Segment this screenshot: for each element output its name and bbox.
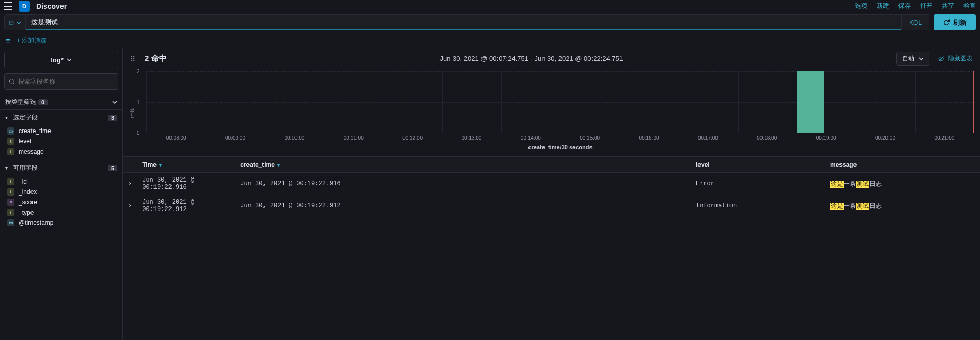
hit-count: 2 命中 bbox=[145, 54, 167, 63]
chart-ytick: 2 bbox=[137, 69, 140, 74]
cell-message: 这是一条测试日志 bbox=[825, 173, 980, 195]
sidebar: log* 按类型筛选 0 ▾ 选定字段 3 ▭create_timetlevel… bbox=[0, 48, 123, 340]
field-item[interactable]: tmessage bbox=[0, 147, 122, 157]
column-create_time[interactable]: create_time▼ bbox=[235, 157, 691, 173]
column-time[interactable]: Time▼ bbox=[137, 157, 235, 173]
chart-xtick: 00:18:00 bbox=[738, 135, 797, 141]
datepicker-button[interactable] bbox=[4, 14, 26, 30]
chart-xtick: 00:10:00 bbox=[265, 135, 324, 141]
time-range-label: Jun 30, 2021 @ 00:07:24.751 - Jun 30, 20… bbox=[175, 55, 888, 62]
table-row[interactable]: ›Jun 30, 2021 @ 00:19:22.916Jun 30, 2021… bbox=[123, 173, 980, 195]
column-level[interactable]: level bbox=[691, 157, 825, 173]
search-icon bbox=[9, 78, 15, 85]
app-logo-icon[interactable]: D bbox=[19, 1, 30, 12]
chart-xtick: 00:11:00 bbox=[324, 135, 383, 141]
chevron-down-icon bbox=[919, 56, 924, 61]
filter-bar: + 添加筛选 bbox=[0, 33, 980, 48]
table-header: Time▼ create_time▼ level message bbox=[123, 157, 980, 173]
chart-ytick: 0 bbox=[137, 130, 140, 136]
field-type-icon: t bbox=[7, 178, 14, 185]
selected-fields-header[interactable]: ▾ 选定字段 3 bbox=[0, 109, 122, 125]
cell-create_time: Jun 30, 2021 @ 00:19:22.912 bbox=[235, 195, 691, 217]
chart-xtick: 00:16:00 bbox=[619, 135, 678, 141]
field-type-icon: # bbox=[7, 199, 14, 206]
field-search-input[interactable] bbox=[18, 78, 114, 85]
field-item[interactable]: ▭@timestamp bbox=[0, 218, 122, 228]
query-language-button[interactable]: KQL bbox=[901, 14, 929, 30]
field-item[interactable]: ▭create_time bbox=[0, 126, 122, 136]
add-filter-button[interactable]: + 添加筛选 bbox=[17, 36, 46, 45]
top-nav-actions: 选项新建保存打开共享检查 bbox=[855, 2, 976, 10]
field-type-icon: t bbox=[7, 188, 14, 196]
topnav-link[interactable]: 保存 bbox=[898, 2, 911, 10]
svg-line-3 bbox=[13, 83, 14, 84]
field-item[interactable]: #_score bbox=[0, 197, 122, 207]
field-type-icon: t bbox=[7, 209, 14, 216]
chart-current-time-marker bbox=[973, 71, 974, 133]
content: ⠿ 2 命中 Jun 30, 2021 @ 00:07:24.751 - Jun… bbox=[123, 48, 980, 340]
table-row[interactable]: ›Jun 30, 2021 @ 00:19:22.912Jun 30, 2021… bbox=[123, 195, 980, 217]
chart-xtick: 00:15:00 bbox=[561, 135, 619, 141]
column-message[interactable]: message bbox=[825, 157, 980, 173]
topnav-link[interactable]: 新建 bbox=[877, 2, 889, 10]
chart-xtick: 00:13:00 bbox=[442, 135, 501, 141]
field-item[interactable]: t_id bbox=[0, 176, 122, 187]
filter-by-type-count: 0 bbox=[38, 99, 48, 105]
filter-settings-icon[interactable] bbox=[4, 37, 11, 44]
chart-xtick: 00:14:00 bbox=[501, 135, 560, 141]
query-input[interactable] bbox=[31, 19, 896, 26]
breadcrumb[interactable]: Discover bbox=[36, 2, 67, 10]
refresh-label: 刷新 bbox=[953, 18, 967, 27]
chart-xticks: 00:08:0000:09:0000:10:0000:11:0000:12:00… bbox=[146, 135, 975, 141]
results-table: Time▼ create_time▼ level message ›Jun 30… bbox=[123, 157, 980, 217]
field-type-icon: t bbox=[7, 148, 14, 155]
filter-by-type-label: 按类型筛选 bbox=[5, 98, 36, 106]
hide-chart-button[interactable]: 隐藏图表 bbox=[938, 54, 973, 63]
menu-icon[interactable] bbox=[4, 2, 12, 10]
available-fields-header[interactable]: ▾ 可用字段 5 bbox=[0, 160, 122, 175]
histogram-chart[interactable]: 计数 012 00:08:0000:09:0000:10:0000:11:000… bbox=[123, 69, 980, 157]
chevron-down-icon bbox=[16, 20, 21, 25]
index-pattern-selector[interactable]: log* bbox=[4, 52, 118, 68]
topnav-link[interactable]: 选项 bbox=[855, 2, 867, 10]
top-nav: D Discover 选项新建保存打开共享检查 bbox=[0, 0, 980, 12]
chart-xtick: 00:21:00 bbox=[915, 135, 974, 141]
topnav-link[interactable]: 共享 bbox=[942, 2, 954, 10]
cell-time: Jun 30, 2021 @ 00:19:22.916 bbox=[137, 173, 235, 195]
cell-create_time: Jun 30, 2021 @ 00:19:22.916 bbox=[235, 173, 691, 195]
svg-rect-0 bbox=[9, 21, 13, 24]
chart-bar[interactable] bbox=[797, 71, 824, 133]
view-options-icon[interactable]: ⠿ bbox=[130, 55, 136, 63]
filter-by-type[interactable]: 按类型筛选 0 bbox=[0, 94, 122, 109]
chart-xtick: 00:17:00 bbox=[678, 135, 737, 141]
chevron-down-icon bbox=[67, 57, 72, 62]
expand-column-header bbox=[123, 157, 137, 173]
field-type-icon: ▭ bbox=[7, 219, 14, 226]
cell-message: 这是一条测试日志 bbox=[825, 195, 980, 217]
index-pattern-label: log* bbox=[51, 56, 64, 64]
topnav-link[interactable]: 检查 bbox=[963, 2, 976, 10]
chart-ylabel: 计数 bbox=[129, 108, 136, 118]
hide-chart-label: 隐藏图表 bbox=[948, 54, 973, 63]
topnav-link[interactable]: 打开 bbox=[920, 2, 932, 10]
field-search bbox=[4, 73, 118, 90]
chart-xlabel: create_time/30 seconds bbox=[146, 144, 975, 150]
chevron-down-icon: ▾ bbox=[5, 115, 8, 120]
cell-level: Error bbox=[691, 173, 825, 195]
interval-label: 自动 bbox=[902, 54, 914, 63]
query-bar: KQL 刷新 bbox=[0, 12, 980, 33]
field-item[interactable]: tlevel bbox=[0, 136, 122, 147]
expand-row-icon[interactable]: › bbox=[123, 195, 137, 217]
cell-level: Information bbox=[691, 195, 825, 217]
chevron-down-icon: ▾ bbox=[5, 165, 8, 171]
chart-xtick: 00:20:00 bbox=[855, 135, 914, 141]
refresh-button[interactable]: 刷新 bbox=[934, 14, 976, 30]
chevron-down-icon bbox=[112, 100, 117, 105]
field-name: _score bbox=[19, 199, 37, 206]
chart-xtick: 00:08:00 bbox=[147, 135, 206, 141]
field-item[interactable]: t_index bbox=[0, 187, 122, 197]
interval-selector[interactable]: 自动 bbox=[896, 52, 929, 66]
field-item[interactable]: t_type bbox=[0, 207, 122, 218]
expand-row-icon[interactable]: › bbox=[123, 173, 137, 195]
field-name: _index bbox=[19, 188, 37, 196]
